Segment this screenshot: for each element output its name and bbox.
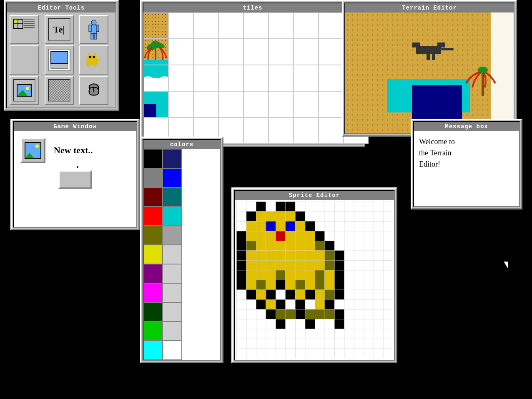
tile-cell-1-2[interactable] bbox=[193, 39, 218, 65]
color-swatch-teal[interactable] bbox=[163, 187, 182, 207]
color-swatch-green[interactable] bbox=[143, 322, 163, 341]
terrain-editor-title: Terrain Editor bbox=[345, 3, 514, 12]
editor-tools-title: Editor Tools bbox=[7, 3, 115, 12]
pattern-tool-button[interactable] bbox=[45, 76, 74, 105]
color-swatch-olive[interactable] bbox=[143, 226, 163, 245]
tile-cell-3-2[interactable] bbox=[193, 91, 218, 117]
color-swatch-yellow[interactable] bbox=[143, 245, 163, 264]
editor-tools-window: Editor Tools bbox=[4, 0, 119, 111]
tile-cell-4-6[interactable] bbox=[294, 117, 319, 144]
cat-tool-button[interactable] bbox=[79, 45, 108, 75]
svg-rect-45 bbox=[412, 42, 420, 47]
sprite-editor-window: Sprite Editor bbox=[231, 187, 397, 363]
tile-cell-1-7[interactable] bbox=[319, 39, 344, 65]
tile-cell-0-5[interactable] bbox=[269, 12, 294, 39]
tile-cell-3-5[interactable] bbox=[269, 91, 294, 117]
tile-cell-4-7[interactable] bbox=[319, 117, 344, 144]
tile-cell-1-4[interactable] bbox=[243, 39, 269, 65]
message-box-title: Message box bbox=[414, 122, 519, 131]
tile-cell-0-3[interactable] bbox=[218, 12, 243, 39]
svg-rect-41 bbox=[491, 12, 514, 133]
tile-cell-2-3[interactable] bbox=[218, 65, 243, 91]
mouse-tool-button[interactable] bbox=[79, 76, 108, 105]
color-swatch-lightgray3[interactable] bbox=[163, 283, 182, 302]
game-icon-button[interactable] bbox=[20, 138, 45, 163]
color-swatch-gray[interactable] bbox=[143, 168, 163, 187]
svg-rect-23 bbox=[88, 65, 90, 67]
tile-cell-0-4[interactable] bbox=[243, 12, 269, 39]
tile-cell-3-0[interactable] bbox=[143, 91, 168, 117]
tile-cell-0-6[interactable] bbox=[294, 12, 319, 39]
svg-rect-48 bbox=[432, 54, 435, 60]
tile-tool-button[interactable] bbox=[10, 15, 39, 44]
tile-cell-4-4[interactable] bbox=[243, 117, 269, 144]
tile-cell-2-2[interactable] bbox=[193, 65, 218, 91]
color-swatch-lightgray[interactable] bbox=[163, 226, 182, 245]
tile-cell-1-0[interactable] bbox=[143, 39, 168, 65]
color-swatch-lightgray4[interactable] bbox=[163, 302, 182, 322]
tile-cell-1-6[interactable] bbox=[294, 39, 319, 65]
colors-window: colors bbox=[140, 137, 223, 363]
text-tool-button[interactable]: Te| bbox=[45, 15, 74, 44]
tile-cell-3-1[interactable] bbox=[168, 91, 193, 117]
colors-title: colors bbox=[143, 140, 220, 149]
colors-right-column bbox=[163, 149, 182, 360]
svg-rect-37 bbox=[144, 104, 156, 117]
message-box-content: Welcome to the Terrain Editor! bbox=[414, 131, 519, 206]
svg-rect-12 bbox=[91, 25, 97, 33]
svg-point-32 bbox=[151, 41, 160, 46]
svg-rect-17 bbox=[88, 53, 90, 55]
picture-tool-button[interactable] bbox=[10, 76, 39, 105]
tile-cell-2-0[interactable] bbox=[143, 65, 168, 91]
svg-rect-34 bbox=[144, 65, 168, 78]
color-swatch-black[interactable] bbox=[143, 149, 163, 168]
tile-cell-1-5[interactable] bbox=[269, 39, 294, 65]
svg-rect-16 bbox=[94, 33, 97, 39]
sprite-tool-button[interactable] bbox=[79, 15, 108, 44]
colors-content bbox=[143, 149, 220, 360]
tile-cell-2-5[interactable] bbox=[269, 65, 294, 91]
tile-cell-2-4[interactable] bbox=[243, 65, 269, 91]
tile-cell-1-1[interactable] bbox=[168, 39, 193, 65]
color-swatch-darkblue[interactable] bbox=[163, 149, 182, 168]
tile-cell-1-3[interactable] bbox=[218, 39, 243, 65]
color-swatch-purple[interactable] bbox=[143, 264, 163, 283]
color-swatch-white[interactable] bbox=[163, 341, 182, 360]
terrain-scene bbox=[345, 12, 514, 133]
terrain-editor-window: Terrain Editor bbox=[342, 0, 517, 137]
tile-cell-2-6[interactable] bbox=[294, 65, 319, 91]
color-swatch-darkred[interactable] bbox=[143, 187, 163, 207]
game-dot bbox=[77, 166, 78, 168]
svg-point-51 bbox=[478, 67, 488, 73]
tile-cell-0-1[interactable] bbox=[168, 12, 193, 39]
color-swatch-red[interactable] bbox=[143, 207, 163, 226]
color-swatch-lightgray5[interactable] bbox=[163, 322, 182, 341]
svg-rect-46 bbox=[437, 42, 445, 47]
tile-cell-3-7[interactable] bbox=[319, 91, 344, 117]
tile-cell-3-3[interactable] bbox=[218, 91, 243, 117]
svg-rect-4 bbox=[18, 23, 23, 28]
tile-cell-3-4[interactable] bbox=[243, 91, 269, 117]
game-button[interactable] bbox=[58, 170, 92, 189]
color-swatch-lightgray2[interactable] bbox=[163, 264, 182, 283]
tile-cell-0-0[interactable] bbox=[143, 12, 168, 39]
tile-cell-3-6[interactable] bbox=[294, 91, 319, 117]
color-swatch-magenta[interactable] bbox=[143, 283, 163, 302]
color-swatch-verylightgray[interactable] bbox=[163, 245, 182, 264]
tile-cell-2-7[interactable] bbox=[319, 65, 344, 91]
svg-rect-18 bbox=[94, 53, 96, 55]
tile-cell-0-2[interactable] bbox=[193, 12, 218, 39]
tile-cell-0-7[interactable] bbox=[319, 12, 344, 39]
svg-rect-24 bbox=[93, 65, 96, 67]
blank-tool[interactable] bbox=[10, 45, 39, 75]
image-tool-button[interactable] bbox=[45, 45, 74, 75]
sprite-canvas[interactable] bbox=[236, 202, 393, 358]
game-window-text: New text.. bbox=[54, 145, 93, 157]
color-swatch-blue[interactable] bbox=[163, 168, 182, 187]
color-swatch-cyan[interactable] bbox=[143, 341, 163, 360]
sprite-editor-title: Sprite Editor bbox=[235, 191, 394, 200]
tile-cell-4-5[interactable] bbox=[269, 117, 294, 144]
tile-cell-2-1[interactable] bbox=[168, 65, 193, 91]
color-swatch-lightcyan[interactable] bbox=[163, 207, 182, 226]
color-swatch-darkgreen[interactable] bbox=[143, 302, 163, 322]
